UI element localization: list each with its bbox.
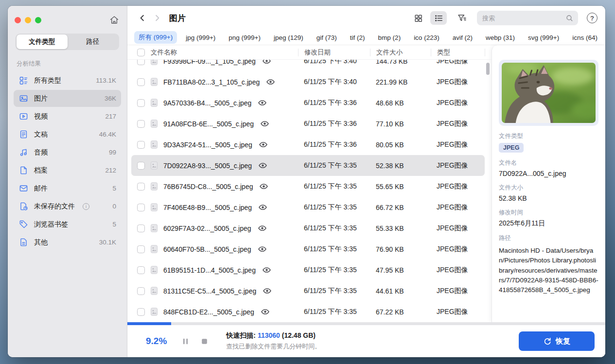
- column-header-size[interactable]: 文件大小: [370, 49, 431, 56]
- home-icon[interactable]: [109, 15, 119, 25]
- preview-eye-icon[interactable]: [262, 265, 271, 275]
- grid-view-button[interactable]: [410, 11, 426, 25]
- preview-eye-icon[interactable]: [263, 286, 272, 295]
- table-row[interactable]: 848FCB1D-E2..._5005_c.jpeg 6/11/25 下午 3:…: [131, 301, 485, 322]
- sidebar-item-document[interactable]: 文稿 46.4K: [14, 126, 121, 143]
- row-checkbox[interactable]: [137, 287, 145, 295]
- file-name: 7D0922A8-93..._5005_c.jpeg: [163, 162, 252, 170]
- vertical-scrollbar[interactable]: [486, 63, 490, 75]
- preview-eye-icon[interactable]: [258, 161, 267, 170]
- close-window-button[interactable]: [15, 17, 21, 23]
- search-field[interactable]: [477, 11, 578, 25]
- row-checkbox[interactable]: [137, 99, 145, 107]
- file-name: 7F406E48-B9..._5005_c.jpeg: [163, 204, 252, 211]
- preview-eye-icon[interactable]: [261, 307, 270, 316]
- file-type: JPEG图像: [431, 266, 485, 275]
- table-row[interactable]: 91A08FCB-6E..._5005_c.jpeg 6/11/25 下午 3:…: [131, 113, 485, 134]
- filter-chip[interactable]: ico (223): [409, 32, 444, 43]
- filter-chip[interactable]: webp (31): [481, 32, 519, 43]
- preview-eye-icon[interactable]: [262, 60, 271, 66]
- back-button[interactable]: [136, 12, 149, 24]
- table-row[interactable]: 9D3A3F24-51..._5005_c.jpeg 6/11/25 下午 3:…: [131, 134, 485, 155]
- file-date: 6/11/25 下午 3:35: [298, 161, 370, 170]
- preview-eye-icon[interactable]: [259, 140, 268, 149]
- sidebar-item-bookmark-tag[interactable]: 浏览器书签 5: [14, 216, 121, 233]
- filter-chip[interactable]: icns (64): [568, 32, 602, 43]
- info-icon[interactable]: i: [83, 203, 89, 210]
- row-checkbox[interactable]: [137, 204, 145, 211]
- row-checkbox[interactable]: [137, 245, 145, 253]
- file-size: 55.65 KB: [370, 183, 431, 191]
- row-checkbox[interactable]: [137, 141, 145, 149]
- tab-path[interactable]: 路径: [68, 35, 119, 49]
- search-input[interactable]: [482, 15, 565, 22]
- sidebar-item-archive[interactable]: 档案 212: [14, 162, 121, 179]
- scan-data-size: (12.48 GB): [282, 331, 316, 339]
- sidebar-item-image[interactable]: 图片 36K: [14, 90, 121, 107]
- filter-funnel-icon[interactable]: [454, 11, 470, 25]
- cat-photo[interactable]: [502, 63, 596, 123]
- preview-eye-icon[interactable]: [260, 119, 269, 128]
- row-checkbox[interactable]: [137, 162, 145, 170]
- row-checkbox[interactable]: [137, 78, 145, 86]
- forward-button[interactable]: [151, 12, 163, 24]
- row-checkbox[interactable]: [137, 308, 145, 316]
- preview-eye-icon[interactable]: [258, 98, 267, 107]
- recover-button[interactable]: 恢复: [519, 331, 595, 351]
- row-checkbox[interactable]: [137, 120, 145, 128]
- sidebar-item-video[interactable]: 视频 217: [14, 108, 121, 125]
- filter-chip[interactable]: tif (2): [346, 32, 369, 43]
- preview-eye-icon[interactable]: [258, 224, 267, 233]
- filter-chip[interactable]: avif (2): [448, 32, 477, 43]
- sidebar-item-audio[interactable]: 音频 99: [14, 144, 121, 161]
- preview-eye-icon[interactable]: [258, 244, 267, 254]
- table-row[interactable]: 61B95151-1D...4_5005_c.jpeg 6/11/25 下午 3…: [131, 260, 485, 280]
- filter-chip[interactable]: 所有 (999+): [134, 31, 177, 44]
- sidebar-item-all-types[interactable]: 所有类型 113.1K: [14, 72, 121, 89]
- help-icon[interactable]: ?: [587, 13, 597, 23]
- sidebar-item-other-file[interactable]: 其他 30.1K: [14, 234, 121, 251]
- titlebar: [8, 6, 127, 30]
- zoom-window-button[interactable]: [35, 17, 41, 23]
- column-header-date[interactable]: 修改日期: [298, 49, 370, 56]
- filter-chip[interactable]: jpg (999+): [181, 32, 220, 43]
- minimize-window-button[interactable]: [25, 17, 31, 23]
- table-row[interactable]: F93998CF-09..._1_105_c.jpeg 6/11/25 下午 3…: [131, 60, 485, 71]
- tab-file-type[interactable]: 文件类型: [17, 35, 68, 49]
- preview-eye-icon[interactable]: [266, 77, 275, 87]
- table-row[interactable]: 7D0922A8-93..._5005_c.jpeg 6/11/25 下午 3:…: [131, 155, 485, 176]
- table-row[interactable]: FB711BA8-02...3_1_105_c.jpeg 6/11/25 下午 …: [131, 71, 485, 92]
- file-thumbnail-icon: [150, 245, 158, 253]
- file-name: 61B95151-1D...4_5005_c.jpeg: [163, 266, 256, 274]
- filter-chip[interactable]: png (999+): [224, 32, 265, 43]
- table-row[interactable]: 81311C5E-C5...4_5005_c.jpeg 6/11/25 下午 3…: [131, 280, 485, 301]
- file-thumbnail-icon: [150, 140, 158, 149]
- select-all-checkbox[interactable]: [137, 49, 145, 56]
- filter-chip[interactable]: jpeg (129): [269, 32, 308, 43]
- column-header-name[interactable]: 文件名称: [151, 48, 177, 57]
- table-row[interactable]: 76B6745D-C8..._5005_c.jpeg 6/11/25 下午 3:…: [131, 176, 485, 197]
- filter-chip[interactable]: bmp (2): [374, 32, 405, 43]
- column-header-type[interactable]: 类型: [431, 49, 485, 56]
- table-row[interactable]: 7F406E48-B9..._5005_c.jpeg 6/11/25 下午 3:…: [131, 197, 485, 218]
- preview-eye-icon[interactable]: [258, 203, 267, 212]
- sidebar-item-unsaved-file[interactable]: 未保存的文件i 0: [14, 198, 121, 215]
- pause-button[interactable]: [181, 337, 190, 346]
- filter-chip[interactable]: gif (73): [312, 32, 341, 43]
- list-view-button[interactable]: [430, 11, 447, 25]
- filter-chip[interactable]: svg (999+): [524, 32, 563, 43]
- row-checkbox[interactable]: [137, 266, 145, 274]
- row-checkbox[interactable]: [137, 183, 145, 191]
- table-row[interactable]: 6029F7A3-02..._5005_c.jpeg 6/11/25 下午 3:…: [131, 218, 485, 239]
- table-row[interactable]: 60640F70-5B..._5005_c.jpeg 6/11/25 下午 3:…: [131, 239, 485, 260]
- sidebar-item-mail[interactable]: 邮件 5: [14, 180, 121, 197]
- scan-file-count: 113060: [258, 331, 280, 339]
- scan-percent: 9.2%: [146, 336, 167, 347]
- preview-panel: 文件类型JPEG文件名7D0922A...005_c.jpeg文件大小52.38…: [492, 45, 605, 322]
- table-row[interactable]: 9A570336-B4..._5005_c.jpeg 6/11/25 下午 3:…: [131, 92, 485, 113]
- file-thumbnail-icon: [150, 266, 158, 274]
- preview-eye-icon[interactable]: [259, 182, 268, 191]
- row-checkbox[interactable]: [137, 225, 145, 232]
- row-checkbox[interactable]: [137, 60, 145, 65]
- stop-button[interactable]: [200, 337, 209, 346]
